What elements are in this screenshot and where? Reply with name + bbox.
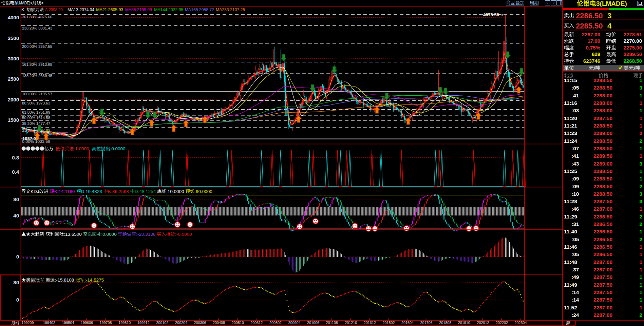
svg-text:2288.00: 2288.00 bbox=[593, 100, 612, 106]
svg-text:2287.00: 2287.00 bbox=[593, 206, 612, 212]
svg-text:11:24: 11:24 bbox=[564, 138, 577, 144]
svg-text:11:15: 11:15 bbox=[564, 77, 577, 83]
svg-text:201108: 201108 bbox=[326, 321, 338, 325]
svg-text:50.00% 1614.58: 50.00% 1614.58 bbox=[22, 116, 50, 120]
svg-text:2288.50: 2288.50 bbox=[593, 146, 612, 151]
svg-text:80: 80 bbox=[13, 280, 19, 285]
svg-text:>: > bbox=[41, 0, 44, 5]
svg-text::-0.0000: :-0.0000 bbox=[175, 232, 192, 237]
svg-text:201312: 201312 bbox=[364, 321, 376, 325]
svg-text:2270.00: 2270.00 bbox=[624, 38, 642, 44]
svg-text:2288.50: 2288.50 bbox=[593, 85, 612, 91]
svg-text:2: 2 bbox=[639, 184, 642, 189]
svg-text::05: :05 bbox=[571, 251, 579, 257]
svg-text:0.75%: 0.75% bbox=[586, 45, 600, 51]
svg-text:MA21:2605.93: MA21:2605.93 bbox=[96, 7, 123, 12]
svg-text:2289.00: 2289.00 bbox=[593, 130, 612, 136]
svg-text:2286.50: 2286.50 bbox=[576, 12, 603, 20]
svg-text:11:29: 11:29 bbox=[564, 214, 577, 219]
svg-text:0.4: 0.4 bbox=[12, 169, 19, 175]
svg-text:2268.50: 2268.50 bbox=[624, 58, 642, 64]
svg-text:1: 1 bbox=[639, 282, 642, 288]
svg-text:2289.50: 2289.50 bbox=[624, 51, 642, 57]
svg-text:2287.50: 2287.50 bbox=[593, 115, 612, 121]
svg-text:200904: 200904 bbox=[288, 321, 301, 325]
svg-text:1: 1 bbox=[639, 168, 642, 174]
svg-text:2288.00: 2288.00 bbox=[593, 108, 612, 113]
svg-text:201706: 201706 bbox=[420, 321, 433, 325]
svg-text:A:2398.20: A:2398.20 bbox=[45, 7, 63, 12]
svg-text::-20.3136: :-20.3136 bbox=[136, 232, 155, 237]
svg-text:2287.00: 2287.00 bbox=[593, 259, 612, 265]
svg-text:1: 1 bbox=[639, 123, 642, 129]
svg-text:2287.50: 2287.50 bbox=[593, 198, 612, 204]
svg-text:199209: 199209 bbox=[22, 321, 34, 325]
svg-text:11:48: 11:48 bbox=[564, 259, 577, 265]
svg-text:1: 1 bbox=[639, 251, 642, 257]
svg-text:1: 1 bbox=[639, 297, 642, 303]
svg-text:2287.00: 2287.00 bbox=[593, 312, 612, 318]
svg-text:0: 0 bbox=[16, 254, 19, 260]
svg-text:201604: 201604 bbox=[401, 321, 414, 325]
svg-text:199810: 199810 bbox=[118, 321, 131, 325]
svg-text:3: 3 bbox=[639, 198, 642, 204]
svg-text:2288.00: 2288.00 bbox=[593, 93, 612, 98]
svg-text:3(LMADE)<: 3(LMADE)< bbox=[14, 0, 32, 5]
svg-text:2286.50: 2286.50 bbox=[593, 251, 612, 257]
svg-text:11:21: 11:21 bbox=[564, 123, 577, 129]
svg-text:D:19.4323: D:19.4323 bbox=[81, 189, 102, 194]
svg-text:200802: 200802 bbox=[269, 321, 282, 325]
svg-text:11:16: 11:16 bbox=[564, 100, 577, 106]
svg-text:2287.00: 2287.00 bbox=[593, 305, 612, 310]
svg-text:3000: 3000 bbox=[8, 56, 19, 61]
svg-text:261.80% 4075.66: 261.80% 4075.66 bbox=[22, 15, 52, 19]
svg-text:K:36.2598: K:36.2598 bbox=[108, 189, 129, 194]
svg-text:199606: 199606 bbox=[81, 321, 93, 325]
svg-text::14: :14 bbox=[571, 289, 579, 295]
svg-text:200612: 200612 bbox=[250, 321, 263, 325]
svg-text::1.0000: :1.0000 bbox=[74, 146, 89, 151]
svg-text:4073.50: 4073.50 bbox=[483, 12, 499, 17]
svg-text:629: 629 bbox=[592, 51, 600, 57]
svg-text:1: 1 bbox=[639, 153, 642, 159]
svg-text:MA55:2199.99: MA55:2199.99 bbox=[125, 7, 152, 12]
svg-text:2288.50: 2288.50 bbox=[593, 184, 612, 189]
svg-text:2287.50: 2287.50 bbox=[593, 289, 612, 295]
svg-text::46: :46 bbox=[571, 206, 579, 212]
svg-text:2286.50: 2286.50 bbox=[593, 236, 612, 242]
svg-text::13.6500: :13.6500 bbox=[64, 232, 82, 237]
svg-text:1: 1 bbox=[639, 267, 642, 272]
svg-text:MA165:2058.72: MA165:2058.72 bbox=[185, 7, 214, 12]
svg-text:202202: 202202 bbox=[496, 321, 508, 325]
svg-text::10.0000: :10.0000 bbox=[166, 189, 184, 194]
svg-text:2: 2 bbox=[639, 221, 642, 227]
svg-text:2288.50: 2288.50 bbox=[593, 176, 612, 181]
svg-text:1: 1 bbox=[639, 244, 642, 250]
svg-text:100.00% 2195.57: 100.00% 2195.57 bbox=[22, 92, 52, 96]
svg-text:200.00% 3357.55: 200.00% 3357.55 bbox=[22, 44, 52, 49]
svg-text::-14.5275: :-14.5275 bbox=[84, 277, 104, 283]
svg-text:2278.61: 2278.61 bbox=[624, 32, 642, 37]
svg-text:201502: 201502 bbox=[382, 321, 395, 325]
svg-text::09: :09 bbox=[571, 184, 579, 189]
svg-text:2286.50: 2286.50 bbox=[593, 229, 612, 234]
svg-text:200408: 200408 bbox=[213, 321, 225, 325]
svg-text::43: :43 bbox=[571, 161, 579, 167]
svg-text:2275.00: 2275.00 bbox=[624, 45, 642, 51]
svg-text:2000: 2000 bbox=[8, 97, 19, 102]
svg-text:2500: 2500 bbox=[8, 76, 19, 82]
svg-text::24: :24 bbox=[571, 312, 579, 318]
svg-text:2288.50: 2288.50 bbox=[593, 77, 612, 83]
svg-text::31: :31 bbox=[571, 221, 579, 227]
svg-text:1: 1 bbox=[639, 146, 642, 151]
svg-text::41: :41 bbox=[571, 93, 579, 98]
svg-text::09: :09 bbox=[571, 176, 579, 181]
svg-text:1: 1 bbox=[639, 305, 642, 310]
svg-text:11:28: 11:28 bbox=[564, 198, 577, 204]
svg-text:201808: 201808 bbox=[439, 321, 451, 325]
svg-text:2287.50: 2287.50 bbox=[593, 282, 612, 288]
svg-text:161.80% 2913.68: 161.80% 2913.68 bbox=[22, 62, 52, 66]
svg-text:200510: 200510 bbox=[232, 321, 244, 325]
svg-text::14: :14 bbox=[571, 297, 579, 303]
svg-text::05: :05 bbox=[571, 236, 579, 242]
